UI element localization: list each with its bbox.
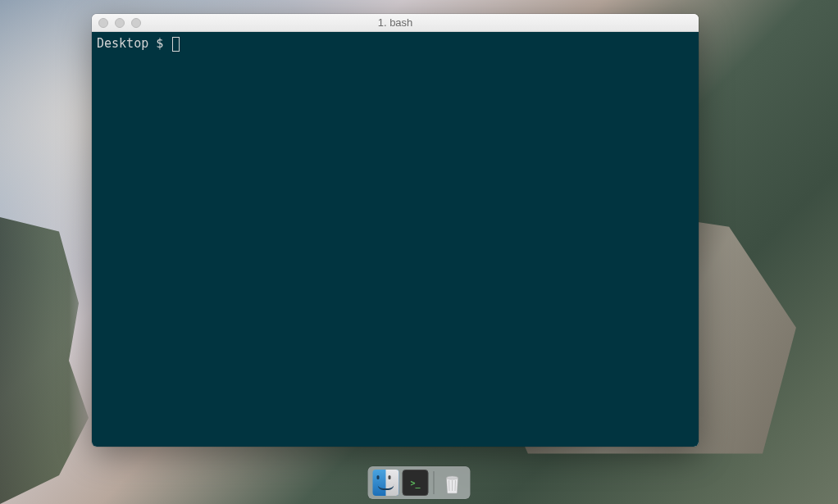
window-title-bar[interactable]: 1. bash: [92, 14, 699, 32]
terminal-body[interactable]: Desktop $: [92, 32, 699, 447]
dock-item-finder[interactable]: [373, 470, 399, 496]
terminal-cursor: [172, 37, 180, 52]
minimize-button[interactable]: [115, 18, 125, 28]
finder-icon: [373, 470, 399, 496]
terminal-prompt-line: Desktop $: [97, 35, 694, 52]
dock-item-terminal[interactable]: >_: [403, 470, 429, 496]
trash-icon: [443, 471, 462, 494]
dock-item-trash[interactable]: [439, 470, 466, 496]
dock: >_: [368, 466, 471, 499]
svg-line-1: [449, 480, 450, 491]
terminal-prompt: Desktop $: [97, 35, 171, 52]
dock-separator: [434, 471, 435, 494]
svg-point-0: [447, 476, 458, 479]
terminal-icon: >_: [410, 479, 420, 488]
terminal-window: 1. bash Desktop $: [92, 14, 699, 447]
close-button[interactable]: [98, 18, 108, 28]
maximize-button[interactable]: [131, 18, 141, 28]
window-title: 1. bash: [378, 16, 413, 29]
traffic-lights: [92, 18, 141, 28]
svg-line-3: [455, 480, 456, 491]
